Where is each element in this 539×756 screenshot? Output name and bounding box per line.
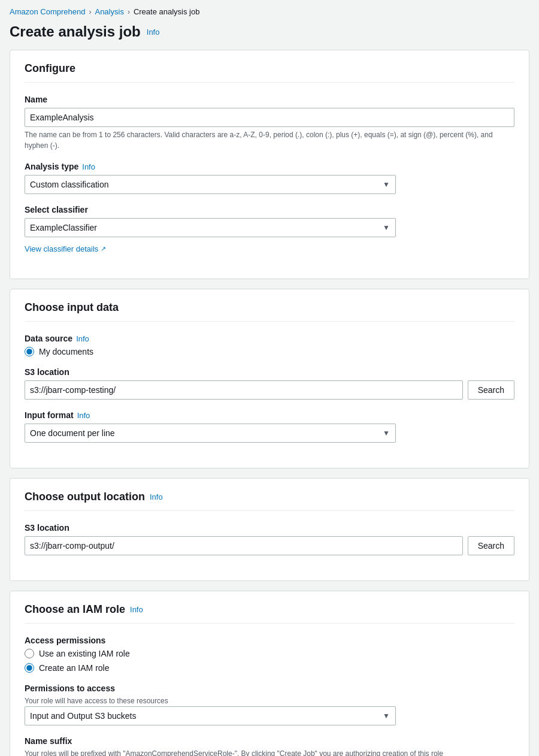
name-label: Name (25, 95, 47, 104)
iam-role-section: Choose an IAM role Info Access permissio… (10, 591, 529, 756)
permissions-select-wrapper: Input and Output S3 buckets Input S3 buc… (25, 706, 396, 725)
configure-section: Configure Name The name can be from 1 to… (10, 50, 529, 279)
access-permissions-field-group: Access permissions Use an existing IAM r… (25, 636, 514, 673)
s3-location-input-label: S3 location (25, 367, 69, 377)
s3-location-input-label-row: S3 location (25, 367, 514, 377)
data-source-field-group: Data source Info My documents (25, 334, 514, 356)
output-location-section: Choose output location Info S3 location … (10, 478, 529, 581)
classifier-select-wrapper: ExampleClassifier ▼ (25, 218, 396, 237)
data-source-label-row: Data source Info (25, 334, 514, 343)
external-link-icon: ↗ (101, 245, 106, 253)
name-suffix-label-row: Name suffix (25, 736, 514, 746)
radio-create-iam-role[interactable]: Create an IAM role (25, 663, 514, 673)
analysis-type-select-wrapper: Custom classification Custom entity reco… (25, 175, 396, 194)
input-data-section-title: Choose input data (25, 301, 514, 322)
access-permissions-label: Access permissions (25, 636, 105, 645)
page-title: Create analysis job (10, 23, 141, 40)
s3-location-output-input[interactable] (25, 536, 463, 555)
breadcrumb: Amazon Comprehend › Analysis › Create an… (0, 0, 539, 21)
s3-location-output-label: S3 location (25, 523, 69, 533)
s3-location-output-field-group: S3 location Search (25, 523, 514, 555)
s3-output-search-button[interactable]: Search (468, 536, 514, 555)
radio-existing-iam-label: Use an existing IAM role (39, 649, 130, 658)
data-source-info-link[interactable]: Info (76, 334, 89, 343)
breadcrumb-sep-2: › (128, 8, 130, 16)
data-source-label: Data source (25, 334, 72, 343)
iam-role-title-row: Choose an IAM role Info (25, 603, 514, 624)
name-field-group: Name The name can be from 1 to 256 chara… (25, 95, 514, 151)
output-location-section-title: Choose output location (25, 491, 145, 503)
view-classifier-details-link[interactable]: View classifier details ↗ (25, 244, 106, 253)
breadcrumb-link-comprehend[interactable]: Amazon Comprehend (10, 7, 85, 16)
s3-input-row: Search (25, 380, 514, 400)
breadcrumb-current: Create analysis job (134, 7, 200, 16)
permissions-select[interactable]: Input and Output S3 buckets Input S3 buc… (25, 706, 396, 725)
radio-my-documents-input[interactable] (25, 347, 34, 356)
data-source-radio-group: My documents (25, 347, 514, 356)
access-permissions-label-row: Access permissions (25, 636, 514, 645)
name-input[interactable] (25, 108, 514, 127)
permissions-to-access-label: Permissions to access (25, 684, 115, 693)
analysis-type-label: Analysis type (25, 162, 78, 171)
radio-my-documents-label: My documents (39, 347, 93, 356)
radio-create-iam-input[interactable] (25, 663, 34, 673)
output-location-title-row: Choose output location Info (25, 491, 514, 511)
s3-input-search-button[interactable]: Search (468, 380, 514, 400)
breadcrumb-sep-1: › (89, 8, 91, 16)
classifier-field-group: Select classifier ExampleClassifier ▼ Vi… (25, 205, 514, 253)
name-suffix-label: Name suffix (25, 736, 72, 746)
radio-existing-iam-input[interactable] (25, 649, 34, 658)
view-details-label: View classifier details (25, 244, 98, 253)
radio-create-iam-label: Create an IAM role (39, 663, 110, 673)
name-suffix-field-group: Name suffix Your roles will be prefixed … (25, 736, 514, 756)
iam-role-info-link[interactable]: Info (130, 605, 143, 614)
output-location-info-link[interactable]: Info (150, 492, 163, 501)
access-permissions-radio-group: Use an existing IAM role Create an IAM r… (25, 649, 514, 673)
input-format-info-link[interactable]: Info (77, 411, 90, 420)
classifier-select[interactable]: ExampleClassifier (25, 218, 396, 237)
radio-existing-iam-role[interactable]: Use an existing IAM role (25, 649, 514, 658)
permissions-to-access-label-row: Permissions to access (25, 684, 514, 693)
s3-location-output-label-row: S3 location (25, 523, 514, 533)
s3-output-row: Search (25, 536, 514, 555)
analysis-type-field-group: Analysis type Info Custom classification… (25, 162, 514, 194)
view-details-row: View classifier details ↗ (25, 241, 514, 253)
input-format-select[interactable]: One document per line One document per f… (25, 424, 396, 443)
input-format-label-row: Input format Info (25, 410, 514, 420)
permissions-to-access-field-group: Permissions to access Your role will hav… (25, 684, 514, 725)
input-format-field-group: Input format Info One document per line … (25, 410, 514, 443)
name-suffix-hint: Your roles will be prefixed with "Amazon… (25, 749, 514, 756)
s3-location-input-field-group: S3 location Search (25, 367, 514, 400)
iam-role-section-title: Choose an IAM role (25, 603, 125, 616)
permissions-hint: Your role will have access to these reso… (25, 697, 514, 705)
s3-location-input[interactable] (25, 380, 463, 400)
page-title-row: Create analysis job Info (0, 21, 539, 50)
name-label-row: Name (25, 95, 514, 104)
analysis-type-select[interactable]: Custom classification Custom entity reco… (25, 175, 396, 194)
page-info-link[interactable]: Info (147, 28, 160, 37)
breadcrumb-link-analysis[interactable]: Analysis (95, 7, 123, 16)
analysis-type-label-row: Analysis type Info (25, 162, 514, 171)
classifier-label-row: Select classifier (25, 205, 514, 214)
radio-my-documents[interactable]: My documents (25, 347, 514, 356)
input-format-label: Input format (25, 410, 74, 420)
analysis-type-info-link[interactable]: Info (82, 162, 95, 171)
name-hint: The name can be from 1 to 256 characters… (25, 129, 514, 151)
classifier-label: Select classifier (25, 205, 88, 214)
input-data-section: Choose input data Data source Info My do… (10, 289, 529, 468)
configure-section-title: Configure (25, 62, 514, 83)
input-format-select-wrapper: One document per line One document per f… (25, 424, 396, 443)
